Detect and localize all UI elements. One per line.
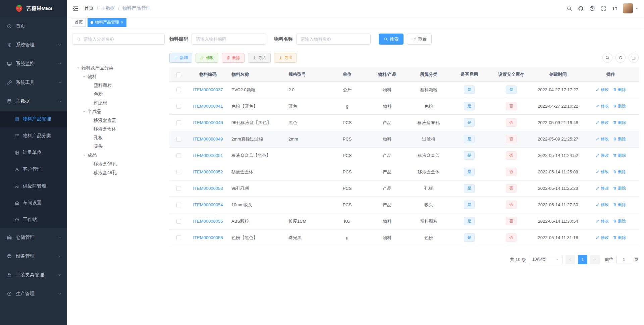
- edit-button[interactable]: 修改: [596, 235, 609, 240]
- refresh-button[interactable]: [615, 53, 626, 63]
- material-code-link[interactable]: ITEM00000046: [193, 120, 223, 125]
- prev-page-button[interactable]: [566, 255, 575, 264]
- delete-button[interactable]: 删除: [613, 169, 626, 175]
- tree-node[interactable]: 物料: [72, 72, 165, 81]
- sidebar-item-customer-mgmt[interactable]: 客户管理: [0, 161, 67, 178]
- menu-fold-icon[interactable]: [72, 5, 79, 12]
- delete-button[interactable]: 删除: [613, 202, 626, 208]
- material-code-link[interactable]: ITEM00000037: [193, 87, 223, 92]
- sidebar-item-system-monitor[interactable]: 系统监控: [0, 54, 67, 73]
- edit-button[interactable]: 修改: [596, 87, 609, 93]
- edit-toolbar-button[interactable]: 修改: [196, 53, 218, 63]
- tree-node[interactable]: 半成品: [72, 107, 165, 116]
- category-search-input[interactable]: [84, 37, 161, 42]
- row-checkbox[interactable]: [176, 153, 181, 158]
- next-page-button[interactable]: [590, 255, 600, 264]
- row-checkbox[interactable]: [176, 88, 181, 92]
- search-icon[interactable]: [567, 6, 572, 11]
- delete-button[interactable]: 删除: [613, 136, 626, 142]
- material-code-link[interactable]: ITEM00000049: [193, 137, 223, 142]
- tree-node[interactable]: 成品: [72, 151, 165, 160]
- material-code-link[interactable]: ITEM00000056: [193, 235, 223, 240]
- tree-node[interactable]: 过滤棉: [72, 99, 165, 107]
- edit-button[interactable]: 修改: [596, 103, 609, 109]
- tree-node[interactable]: 孔板: [72, 133, 165, 142]
- github-icon[interactable]: [578, 6, 584, 11]
- sidebar-item-production-mgmt[interactable]: 生产管理: [0, 284, 67, 303]
- row-checkbox[interactable]: [176, 120, 181, 125]
- sidebar-item-system-mgmt[interactable]: 系统管理: [0, 36, 67, 54]
- close-icon[interactable]: [121, 20, 123, 24]
- reset-button[interactable]: 重置: [407, 34, 432, 45]
- row-checkbox[interactable]: [176, 203, 181, 207]
- sidebar-item-equipment-mgmt[interactable]: 设备管理: [0, 247, 67, 266]
- material-code-link[interactable]: ITEM00000054: [193, 202, 223, 207]
- sidebar-item-home[interactable]: 首页: [0, 17, 67, 36]
- edit-button[interactable]: 修改: [596, 120, 609, 125]
- edit-button[interactable]: 修改: [596, 185, 609, 191]
- row-checkbox[interactable]: [176, 186, 181, 191]
- sidebar-item-workshop-settings[interactable]: 车间设置: [0, 195, 67, 211]
- target-icon: [15, 217, 19, 222]
- tab-material-product-mgmt[interactable]: 物料产品管理: [88, 18, 126, 27]
- row-checkbox[interactable]: [176, 235, 181, 240]
- tree-node[interactable]: 移液盒盒盖: [72, 116, 165, 125]
- fullscreen-icon[interactable]: [601, 6, 606, 11]
- page-1-button[interactable]: 1: [578, 255, 587, 264]
- delete-button[interactable]: 删除: [613, 87, 626, 93]
- add-button[interactable]: 新增: [169, 53, 192, 63]
- goto-page-input[interactable]: [616, 255, 631, 264]
- tree-node[interactable]: 色粉: [72, 90, 165, 99]
- sidebar-item-system-tools[interactable]: 系统工具: [0, 73, 67, 92]
- search-button[interactable]: 搜索: [379, 34, 404, 45]
- delete-button[interactable]: 删除: [613, 153, 626, 158]
- toggle-search-button[interactable]: [602, 53, 612, 63]
- edit-button[interactable]: 修改: [596, 202, 609, 208]
- tree-node[interactable]: 移液盒盒体: [72, 125, 165, 133]
- sidebar-item-master-data[interactable]: 主数据: [0, 92, 67, 111]
- tree-node[interactable]: 移液盒48孔: [72, 168, 165, 177]
- delete-button[interactable]: 删除: [613, 103, 626, 109]
- edit-button[interactable]: 修改: [596, 169, 609, 175]
- sidebar-item-measure-unit[interactable]: 计量单位: [0, 144, 67, 161]
- page-size-select[interactable]: 10条/页: [529, 255, 562, 264]
- user-menu[interactable]: [623, 3, 639, 13]
- row-checkbox[interactable]: [176, 137, 181, 142]
- material-code-link[interactable]: ITEM00000051: [193, 153, 223, 158]
- edit-button[interactable]: 修改: [596, 218, 609, 224]
- font-size-icon[interactable]: [612, 5, 617, 12]
- export-button[interactable]: 导出: [274, 53, 297, 63]
- material-code-link[interactable]: ITEM00000055: [193, 219, 223, 224]
- sidebar-item-material-product-category[interactable]: 物料产品分类: [0, 127, 67, 144]
- breadcrumb-item-home[interactable]: 首页: [84, 5, 94, 11]
- question-icon[interactable]: [589, 6, 595, 11]
- select-all-checkbox[interactable]: [176, 72, 181, 77]
- tree-node[interactable]: 塑料颗粒: [72, 81, 165, 90]
- edit-button[interactable]: 修改: [596, 136, 609, 142]
- material-code-link[interactable]: ITEM00000041: [193, 104, 223, 109]
- edit-button[interactable]: 修改: [596, 153, 609, 158]
- sidebar-item-fixture-mgmt[interactable]: 工装夹具管理: [0, 266, 67, 284]
- import-button[interactable]: 导入: [248, 53, 271, 63]
- delete-toolbar-button[interactable]: 删除: [222, 53, 245, 63]
- sidebar-item-warehouse-mgmt[interactable]: 仓储管理: [0, 228, 67, 247]
- material-code-input[interactable]: [192, 34, 266, 45]
- sidebar-item-material-product-mgmt[interactable]: 物料产品管理: [0, 111, 67, 127]
- material-name-input[interactable]: [296, 34, 371, 45]
- tree-node[interactable]: 吸头: [72, 142, 165, 151]
- row-checkbox[interactable]: [176, 104, 181, 109]
- material-code-link[interactable]: ITEM00000052: [193, 169, 223, 174]
- delete-button[interactable]: 删除: [613, 235, 626, 240]
- column-settings-button[interactable]: [629, 53, 639, 63]
- delete-button[interactable]: 删除: [613, 218, 626, 224]
- row-checkbox[interactable]: [176, 170, 181, 174]
- tree-node[interactable]: 物料及产品分类: [72, 64, 165, 72]
- row-checkbox[interactable]: [176, 219, 181, 224]
- tree-node[interactable]: 移液盒96孔: [72, 160, 165, 168]
- tab-home[interactable]: 首页: [72, 18, 86, 27]
- material-code-link[interactable]: ITEM00000053: [193, 186, 223, 191]
- sidebar-item-workstation[interactable]: 工作站: [0, 211, 67, 228]
- delete-button[interactable]: 删除: [613, 185, 626, 191]
- sidebar-item-supplier-mgmt[interactable]: 供应商管理: [0, 178, 67, 195]
- delete-button[interactable]: 删除: [613, 120, 626, 125]
